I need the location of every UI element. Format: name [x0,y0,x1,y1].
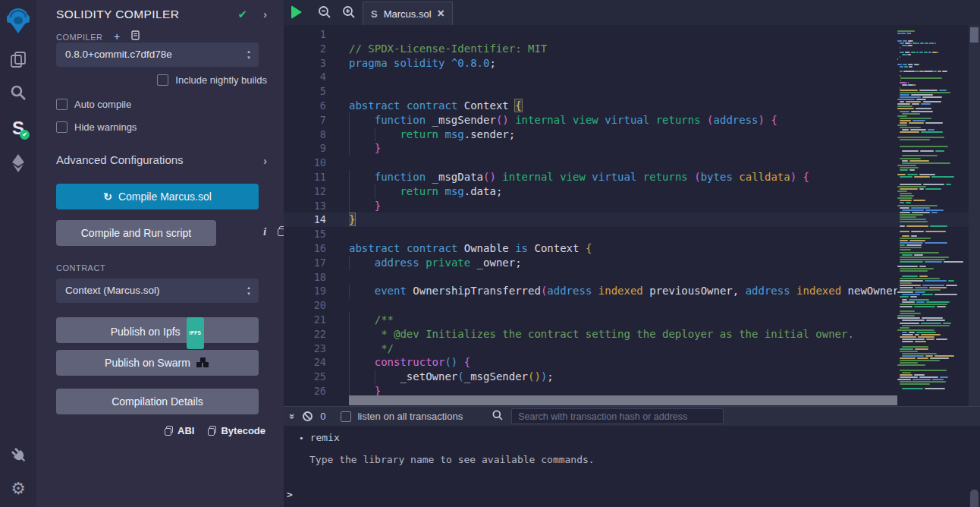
line-number: 25 [284,370,326,384]
code-line[interactable]: 2// SPDX-License-Identifier: MIT [284,42,969,56]
code-text: pragma solidity ^0.8.0; [349,56,897,71]
code-line[interactable]: 5 [284,84,969,99]
add-compiler-icon[interactable]: + [114,30,120,43]
auto-compile-label: Auto compile [74,99,131,110]
compiler-version-select[interactable]: 0.8.0+commit.c7dfd78e ▲▼ [56,43,259,67]
code-line[interactable]: 20 [284,298,969,313]
line-number: 7 [284,113,326,128]
code-line[interactable]: 8 return msg.sender; [284,128,969,142]
code-line[interactable]: 19 event OwnershipTransferred(address in… [284,284,969,298]
plugin-manager-icon[interactable] [0,445,36,468]
compile-button[interactable]: ↻Compile Marcus.sol [56,184,259,209]
publish-ipfs-button[interactable]: Publish on IpfsIPFS [56,317,259,343]
listen-transactions-checkbox[interactable] [341,411,351,422]
clear-transactions-icon[interactable] [303,411,313,421]
copy-bytecode-button[interactable]: Bytecode [208,425,265,436]
zoom-out-icon[interactable] [317,5,332,23]
minimap[interactable] [897,27,969,406]
code-line[interactable]: 10 [284,156,969,170]
solidity-compiler-icon[interactable]: S ✔ [0,118,36,139]
zoom-in-icon[interactable] [341,5,357,23]
code-line[interactable]: 21 /** [284,313,969,327]
indent-guide [349,141,350,156]
code-line[interactable]: 22 * @dev Initializes the contract setti… [284,327,969,342]
copy-abi-button[interactable]: ABI [165,425,194,436]
line-number: 22 [284,327,326,342]
code-line[interactable]: 16abstract contract Ownable is Context { [284,241,969,256]
hide-warnings-checkbox[interactable] [56,121,68,133]
code-line[interactable]: 11 function _msgData() internal view vir… [284,170,969,184]
code-line[interactable]: 25 _setOwner(_msgSender()); [284,370,969,384]
editor-lines: 12// SPDX-License-Identifier: MIT3pragma… [284,27,969,398]
search-icon[interactable] [0,83,36,105]
code-line[interactable]: 9 } [284,141,969,156]
code-text: function _msgData() internal view virtua… [349,170,897,184]
code-line[interactable]: 6abstract contract Context { [284,99,969,113]
file-explorer-icon[interactable] [0,50,36,71]
editor-horizontal-scrollbar[interactable] [349,395,897,405]
code-editor[interactable]: 12// SPDX-License-Identifier: MIT3pragma… [284,25,980,406]
line-number: 6 [284,99,326,113]
icon-rail: S ✔ ⚙ [0,0,36,507]
code-line[interactable]: 3pragma solidity ^0.8.0; [284,56,969,71]
tab-marcus-sol[interactable]: S Marcus.sol × [363,2,453,25]
collapse-terminal-icon[interactable]: » [287,414,298,419]
code-line[interactable]: 12 return msg.data; [284,184,969,199]
editor-tabbar: S Marcus.sol × [284,0,980,25]
terminal-search-input[interactable] [511,408,724,424]
terminal-scrollbar-thumb[interactable] [970,490,978,507]
code-line[interactable]: 15 [284,227,969,241]
indent-guide [349,355,350,370]
code-text [349,156,897,170]
scrollbar-thumb[interactable] [349,395,897,405]
code-text: abstract contract Ownable is Context { [349,241,897,256]
editor-vertical-scrollbar[interactable] [969,25,980,406]
compile-and-run-button[interactable]: Compile and Run script [56,220,216,246]
compilation-details-button[interactable]: Compilation Details [56,389,259,414]
terminal-output[interactable]: •remix Type the library name to see avai… [284,427,980,507]
code-text: event OwnershipTransferred(address index… [349,284,897,298]
code-text [349,70,897,84]
line-number: 16 [284,241,326,256]
hide-warnings-checkbox-row[interactable]: Hide warnings [56,121,137,133]
code-text [349,227,897,241]
include-nightly-label: Include nightly builds [175,74,267,86]
copy-icon [165,426,173,436]
info-icon[interactable]: i [260,225,269,238]
open-file-icon[interactable] [131,30,140,43]
include-nightly-checkbox[interactable] [157,74,168,86]
code-line[interactable]: 18 [284,270,969,285]
code-line[interactable]: 4 [284,70,969,84]
code-line[interactable]: 23 */ [284,342,969,356]
run-script-play-icon[interactable] [291,5,302,19]
settings-gear-icon[interactable]: ⚙ [0,479,36,499]
code-text: abstract contract Context { [349,99,897,113]
advanced-configurations-toggle[interactable]: Advanced Configurations › [56,153,267,167]
line-number: 11 [284,170,326,184]
deploy-run-icon[interactable] [0,153,36,176]
code-line[interactable]: 14} [284,213,969,227]
log-source-row[interactable]: •remix [299,432,340,443]
scrollbar-thumb[interactable] [970,27,978,43]
bullet-icon: • [299,433,304,443]
code-line[interactable]: 13 } [284,199,969,213]
auto-compile-checkbox-row[interactable]: Auto compile [56,99,131,110]
compiler-label: COMPILER [56,33,102,42]
contract-select[interactable]: Context (Marcus.sol) ▲▼ [56,279,259,303]
remix-logo[interactable] [0,6,36,38]
code-line[interactable]: 17 address private _owner; [284,256,969,270]
listen-transactions-row[interactable]: listen on all transactions [341,411,463,422]
compile-success-badge: ✔ [20,130,30,140]
code-line[interactable]: 7 function _msgSender() internal view vi… [284,113,969,128]
include-nightly-checkbox-row[interactable]: Include nightly builds [157,74,267,86]
terminal-prompt[interactable]: > [287,489,293,500]
auto-compile-checkbox[interactable] [56,99,68,110]
tab-close-icon[interactable]: × [438,10,444,17]
publish-swarm-button[interactable]: Publish on Swarm [56,350,259,376]
indent-guide [349,313,350,327]
indent-guide [349,170,350,184]
panel-chevron-icon[interactable]: › [263,8,267,20]
code-line[interactable]: 24 constructor() { [284,355,969,370]
code-line[interactable]: 1 [284,27,969,42]
line-number: 24 [284,355,326,370]
